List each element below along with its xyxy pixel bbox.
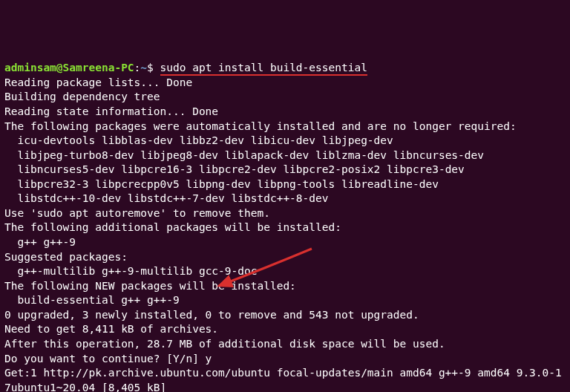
output-line: libstdc++-10-dev libstdc++-7-dev libstdc…: [4, 192, 329, 204]
output-line: libncurses5-dev libpcre16-3 libpcre2-dev…: [4, 163, 465, 175]
output-line: g++ g++-9: [4, 236, 76, 248]
prompt-cwd: ~: [140, 62, 147, 74]
prompt-line: adminsam@Samreena-PC:~$ sudo apt install…: [4, 62, 367, 76]
output-line: Suggested packages:: [4, 251, 128, 263]
output-line: Get:1 http://pk.archive.ubuntu.com/ubunt…: [4, 367, 562, 392]
terminal-output[interactable]: adminsam@Samreena-PC:~$ sudo apt install…: [4, 61, 566, 392]
output-line: After this operation, 28.7 MB of additio…: [4, 338, 445, 350]
output-line: icu-devtools libblas-dev libbz2-dev libi…: [4, 134, 393, 146]
output-line: Reading package lists... Done: [4, 76, 192, 88]
output-line: Use 'sudo apt autoremove' to remove them…: [4, 207, 270, 219]
output-line: The following additional packages will b…: [4, 221, 341, 233]
output-line: Do you want to continue? [Y/n] y: [4, 353, 212, 365]
output-line: libjpeg-turbo8-dev libjpeg8-dev liblapac…: [4, 149, 484, 161]
command-space: [154, 62, 160, 74]
prompt-symbol: $: [147, 62, 154, 74]
output-line: The following packages were automaticall…: [4, 120, 517, 132]
output-line: The following NEW packages will be insta…: [4, 280, 296, 292]
prompt-user-host: adminsam@Samreena-PC: [4, 62, 134, 74]
command-text: sudo apt install build-essential: [160, 62, 367, 76]
output-line: libpcre32-3 libpcrecpp0v5 libpng-dev lib…: [4, 178, 439, 190]
output-line: Building dependency tree: [4, 91, 160, 102]
output-line: Need to get 8,411 kB of archives.: [4, 323, 218, 335]
output-line: g++-multilib g++-9-multilib gcc-9-doc: [4, 265, 257, 277]
output-line: 0 upgraded, 3 newly installed, 0 to remo…: [4, 309, 419, 321]
output-line: Reading state information... Done: [4, 105, 218, 117]
output-line: build-essential g++ g++-9: [4, 294, 180, 306]
